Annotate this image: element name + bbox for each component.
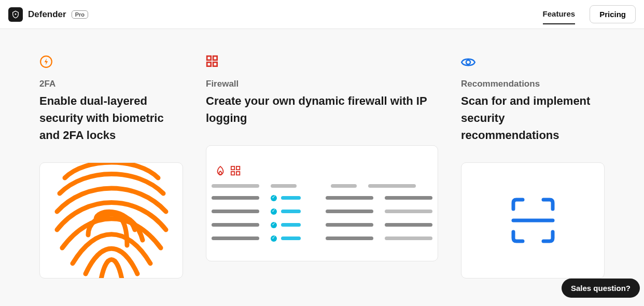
nav-features[interactable]: Features (543, 9, 576, 24)
site-header: Defender Pro Features Pricing (0, 0, 644, 29)
card-label: Recommendations (461, 79, 605, 89)
svg-rect-8 (231, 171, 234, 174)
svg-rect-4 (207, 62, 211, 66)
feature-cards: 2FA Enable dual-layered security with bi… (39, 55, 605, 279)
pro-badge: Pro (72, 10, 88, 19)
svg-rect-3 (213, 56, 217, 60)
svg-rect-7 (236, 166, 240, 169)
card-label: Firewall (206, 79, 438, 89)
eye-icon (461, 55, 605, 69)
card-label: 2FA (39, 79, 183, 89)
sales-chat-button[interactable]: Sales question? (562, 279, 640, 298)
svg-rect-9 (236, 171, 240, 174)
card-title: Scan for and implement security recommen… (461, 92, 605, 144)
card-2fa: 2FA Enable dual-layered security with bi… (39, 55, 183, 279)
scan-illustration (461, 162, 605, 279)
card-recommendations: Recommendations Scan for and implement s… (461, 55, 605, 279)
svg-point-0 (15, 13, 17, 15)
nav-pricing-button[interactable]: Pricing (590, 5, 636, 23)
top-nav: Features Pricing (543, 5, 636, 23)
card-firewall: Firewall Create your own dynamic firewal… (206, 55, 438, 279)
svg-rect-2 (207, 56, 211, 60)
svg-rect-5 (213, 62, 217, 66)
card-title: Create your own dynamic firewall with IP… (206, 92, 438, 127)
svg-rect-6 (231, 166, 234, 169)
firewall-illustration (206, 145, 438, 261)
grid-icon (206, 55, 438, 69)
feature-section: 2FA Enable dual-layered security with bi… (0, 29, 644, 306)
shield-icon (8, 7, 23, 22)
card-title: Enable dual-layered security with biomet… (39, 92, 183, 144)
brand-name: Defender (28, 9, 66, 20)
bolt-circle-icon (39, 55, 183, 69)
fingerprint-illustration (39, 162, 183, 279)
svg-point-10 (466, 60, 470, 64)
brand: Defender Pro (8, 7, 88, 22)
